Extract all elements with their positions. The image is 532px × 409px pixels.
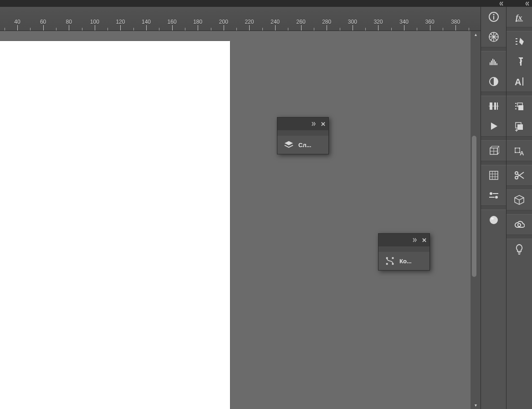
ruler-label: 160 <box>168 19 177 25</box>
panel-info-button[interactable] <box>481 7 506 27</box>
histogram-icon <box>488 56 499 67</box>
grid-icon <box>488 170 499 181</box>
panel-3d-button[interactable] <box>481 141 506 161</box>
ruler-label: 240 <box>271 19 280 25</box>
panel-hint-button[interactable] <box>506 239 532 259</box>
panel-tab-label: Ко... <box>399 258 412 265</box>
ruler-label: 80 <box>66 19 72 25</box>
dock-column-a <box>481 0 506 409</box>
panel-paragraph-button[interactable] <box>506 51 532 72</box>
cube-icon <box>514 194 525 205</box>
wheel-icon <box>488 31 499 42</box>
panel-tab-layers[interactable]: Сл... <box>277 136 328 154</box>
panel-swatches-button[interactable] <box>506 96 532 116</box>
info-icon <box>488 11 499 22</box>
panel-titlebar[interactable]: ✕ <box>277 118 328 130</box>
sphere-icon <box>488 215 499 225</box>
panel-align-button[interactable] <box>481 96 506 116</box>
ruler-label: 300 <box>348 19 357 25</box>
ruler-label: 200 <box>219 19 228 25</box>
scroll-thumb[interactable] <box>472 136 476 277</box>
ruler-label: 360 <box>425 19 435 25</box>
panel-histogram-button[interactable] <box>481 51 506 72</box>
panel-channels-button[interactable] <box>481 210 506 230</box>
panel-actions-button[interactable] <box>481 116 506 136</box>
scroll-down-arrow[interactable]: ▾ <box>472 402 479 409</box>
ruler-label: 180 <box>193 19 202 25</box>
swatch-list-icon <box>514 101 525 112</box>
scissors-icon <box>514 170 525 181</box>
horizontal-ruler: 4060801001201401601802002202402602803003… <box>0 7 481 31</box>
cloud-icon <box>514 219 525 230</box>
panel-tab-pathfind[interactable]: Ко... <box>379 252 430 270</box>
pilcrow-icon <box>514 56 525 67</box>
layers-icon <box>284 140 294 150</box>
ruler-label: 260 <box>297 19 306 25</box>
panel-character-button[interactable] <box>506 72 532 92</box>
ruler-label: 120 <box>116 19 125 25</box>
panel-grid-button[interactable] <box>481 165 506 185</box>
ruler-label: 280 <box>322 19 331 25</box>
panel-adjust-button[interactable] <box>481 72 506 92</box>
a-cursor-icon <box>514 76 525 87</box>
panel-collapse-icon[interactable] <box>312 122 318 126</box>
collapse-dock-icon[interactable] <box>500 1 506 6</box>
collapse-dock-icon[interactable] <box>526 1 532 6</box>
panel-grip <box>379 246 430 252</box>
path-icon <box>385 256 395 266</box>
panel-cc-button[interactable] <box>506 215 532 235</box>
dock-a-header[interactable] <box>481 0 506 7</box>
panel-fx-button[interactable] <box>506 7 532 27</box>
ruler-label: 320 <box>373 19 383 25</box>
scroll-up-arrow[interactable]: ▴ <box>472 31 479 38</box>
panel-collapse-icon[interactable] <box>413 238 419 242</box>
floating-panel-pathfind[interactable]: ✕Ко... <box>378 233 430 271</box>
play-icon <box>488 121 499 132</box>
panel-brush2-button[interactable] <box>481 185 506 205</box>
transform-a-icon <box>514 145 525 156</box>
sliders-icon <box>488 190 499 201</box>
ruler-label: 220 <box>245 19 254 25</box>
panel-transform-button[interactable] <box>506 141 532 161</box>
vertical-scrollbar[interactable]: ▴ ▾ <box>471 31 481 409</box>
ruler-label: 140 <box>142 19 151 25</box>
panel-scissors-button[interactable] <box>506 165 532 185</box>
style-stack-icon <box>514 121 525 132</box>
panel-navigator-button[interactable] <box>481 27 506 47</box>
bulb-icon <box>514 244 525 255</box>
panel-close-icon[interactable]: ✕ <box>321 121 326 128</box>
align-icon <box>488 101 499 112</box>
panel-titlebar[interactable]: ✕ <box>379 234 430 246</box>
brush-list-icon <box>514 36 525 47</box>
ruler-label: 340 <box>399 19 409 25</box>
floating-panel-layers[interactable]: ✕Сл... <box>277 117 329 154</box>
panel-close-icon[interactable]: ✕ <box>422 237 427 244</box>
ruler-label: 380 <box>451 19 460 25</box>
panel-brushlist-button[interactable] <box>506 31 532 51</box>
dock-column-b <box>506 0 532 409</box>
panel-grip <box>277 130 328 136</box>
cube-grid-icon <box>488 145 499 156</box>
fx-icon <box>514 11 525 22</box>
ruler-label: 100 <box>90 19 99 25</box>
panel-cube-button[interactable] <box>506 190 532 210</box>
ruler-label: 60 <box>40 19 46 25</box>
canvas-area[interactable] <box>0 31 471 409</box>
dock-b-header[interactable] <box>506 0 532 7</box>
panel-styles-button[interactable] <box>506 116 532 136</box>
app-top-strip <box>0 0 532 7</box>
artboard[interactable] <box>0 41 230 409</box>
panel-tab-label: Сл... <box>298 142 311 148</box>
circle-half-icon <box>488 76 499 87</box>
ruler-label: 40 <box>14 19 20 25</box>
